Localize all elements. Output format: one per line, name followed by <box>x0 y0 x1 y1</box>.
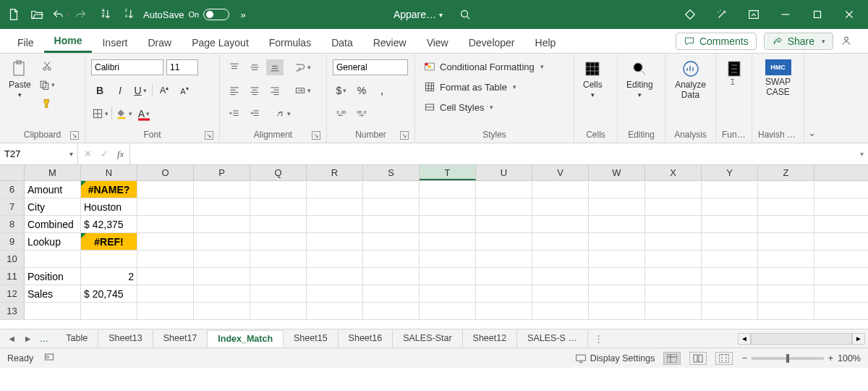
cell[interactable]: $ 42,375 <box>81 216 137 232</box>
cell[interactable] <box>476 181 532 198</box>
cell[interactable] <box>532 198 589 215</box>
column-header[interactable]: N <box>81 165 137 180</box>
cell[interactable] <box>420 181 476 198</box>
cell[interactable] <box>250 303 307 319</box>
tab-formulas[interactable]: Formulas <box>259 31 321 53</box>
sort-asc-icon[interactable]: AZ <box>97 4 116 25</box>
row-header[interactable]: 6 <box>0 181 25 198</box>
cell[interactable]: #REF! <box>81 233 137 250</box>
cell[interactable]: #NAME? <box>81 181 137 198</box>
cell[interactable] <box>476 198 532 215</box>
cell[interactable] <box>363 285 420 302</box>
cell[interactable] <box>589 268 645 285</box>
font-launcher[interactable]: ↘ <box>205 131 213 140</box>
column-headers[interactable]: MNOPQRSTUVWXYZ <box>0 165 868 181</box>
insert-function-icon[interactable]: fx <box>117 148 124 160</box>
row-header[interactable]: 7 <box>0 198 25 215</box>
hscroll-left[interactable]: ◄ <box>738 333 751 345</box>
cell[interactable] <box>363 198 420 215</box>
cell[interactable] <box>702 251 758 267</box>
cell[interactable] <box>645 285 702 302</box>
sheet-tab[interactable]: Table <box>56 330 98 347</box>
column-header[interactable]: T <box>420 165 476 180</box>
sheet-tab[interactable]: Sheet13 <box>98 330 153 347</box>
cell[interactable] <box>758 285 814 302</box>
close-button[interactable] <box>835 4 864 25</box>
column-header[interactable]: O <box>137 165 194 180</box>
fill-color-icon[interactable] <box>115 106 132 122</box>
cell[interactable] <box>758 303 814 319</box>
cell[interactable] <box>532 285 589 302</box>
cell[interactable]: Houston <box>81 198 137 215</box>
select-all-corner[interactable] <box>0 165 25 180</box>
cut-icon[interactable] <box>38 58 56 74</box>
column-header[interactable]: Z <box>758 165 814 180</box>
cell[interactable] <box>363 251 420 267</box>
sheet-tab[interactable]: Sheet17 <box>153 330 208 347</box>
paste-button[interactable]: Paste▾ <box>6 58 34 100</box>
cell[interactable] <box>307 268 363 285</box>
macro-record-icon[interactable] <box>43 351 55 365</box>
cell[interactable] <box>532 251 589 267</box>
account-icon[interactable] <box>841 35 861 49</box>
tab-help[interactable]: Help <box>525 31 566 53</box>
cell[interactable] <box>137 233 194 250</box>
cell[interactable] <box>194 268 250 285</box>
hscroll-track[interactable] <box>751 333 852 345</box>
function-library-button[interactable] <box>722 58 746 88</box>
collapse-ribbon-icon[interactable]: ⌄ <box>804 54 819 143</box>
column-header[interactable]: Y <box>702 165 758 180</box>
sheet-nav-menu[interactable]: … <box>40 334 49 344</box>
cell[interactable] <box>589 303 645 319</box>
cell[interactable] <box>137 198 194 215</box>
cell[interactable] <box>758 251 814 267</box>
cell[interactable] <box>645 233 702 250</box>
underline-icon[interactable]: U <box>132 83 149 98</box>
zoom-level[interactable]: 100% <box>838 353 861 363</box>
cell[interactable]: $ 20,745 <box>81 285 137 302</box>
cell[interactable] <box>476 216 532 232</box>
cell[interactable]: Amount <box>25 181 81 198</box>
cell[interactable]: Lookup <box>25 233 81 250</box>
zoom-in[interactable]: + <box>828 353 833 363</box>
cell[interactable] <box>702 233 758 250</box>
cell[interactable] <box>194 198 250 215</box>
row-header[interactable]: 8 <box>0 216 25 232</box>
cell[interactable] <box>645 251 702 267</box>
redo-icon[interactable] <box>74 4 93 25</box>
cell[interactable]: City <box>25 198 81 215</box>
cell[interactable] <box>645 198 702 215</box>
cell[interactable] <box>645 303 702 319</box>
view-page-layout-icon[interactable] <box>689 352 707 365</box>
undo-icon[interactable] <box>51 4 69 25</box>
formula-cancel-icon[interactable]: ✕ <box>84 148 92 159</box>
cell[interactable] <box>307 251 363 267</box>
cell[interactable]: Position <box>25 268 81 285</box>
orientation-icon[interactable] <box>273 106 291 122</box>
align-left-icon[interactable] <box>226 83 243 98</box>
autosave-toggle[interactable]: AutoSave On <box>143 9 229 20</box>
increase-decimal-icon[interactable]: .0.00 <box>333 106 350 122</box>
cell[interactable] <box>307 303 363 319</box>
row-header[interactable]: 11 <box>0 268 25 285</box>
cell[interactable] <box>532 303 589 319</box>
cell[interactable] <box>25 251 81 267</box>
column-header[interactable]: X <box>645 165 702 180</box>
cell[interactable]: 2 <box>81 268 137 285</box>
minimize-button[interactable] <box>771 4 800 25</box>
cell[interactable] <box>758 216 814 232</box>
increase-indent-icon[interactable] <box>246 106 263 122</box>
cell[interactable] <box>137 303 194 319</box>
cell[interactable] <box>194 216 250 232</box>
cell[interactable] <box>476 303 532 319</box>
cell[interactable] <box>758 198 814 215</box>
percent-format-icon[interactable]: % <box>353 83 370 98</box>
name-box[interactable]: T27 <box>0 143 78 164</box>
cell[interactable] <box>702 303 758 319</box>
tab-draw[interactable]: Draw <box>137 31 182 53</box>
merge-icon[interactable] <box>294 83 311 98</box>
cell[interactable] <box>420 251 476 267</box>
column-header[interactable]: W <box>589 165 645 180</box>
comments-button[interactable]: Comments <box>676 33 757 50</box>
cell[interactable] <box>420 216 476 232</box>
